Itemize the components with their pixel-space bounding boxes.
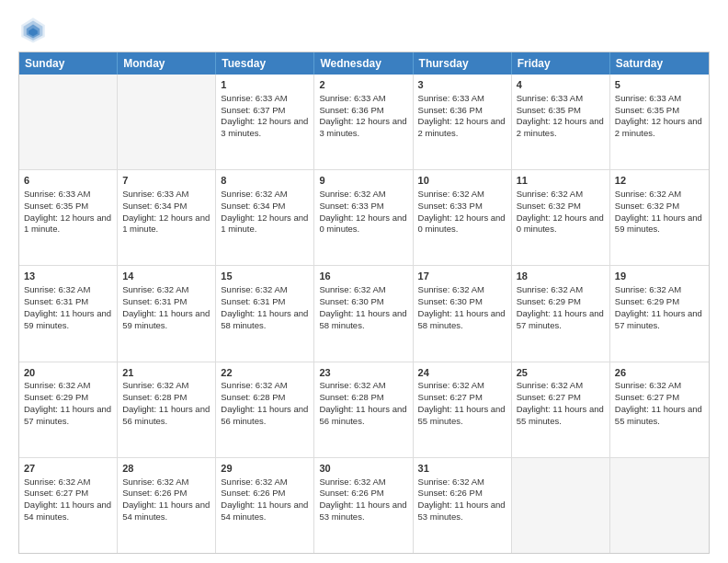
- daylight: Daylight: 11 hours and 53 minutes.: [418, 500, 506, 522]
- day-number: 10: [418, 174, 506, 188]
- empty-cell: [610, 458, 709, 553]
- daylight: Daylight: 12 hours and 1 minute.: [24, 213, 111, 235]
- sunrise: Sunrise: 6:32 AM: [418, 380, 484, 390]
- day-number: 9: [319, 174, 407, 188]
- sunrise: Sunrise: 6:32 AM: [319, 477, 385, 487]
- day-number: 3: [418, 78, 506, 92]
- sunrise: Sunrise: 6:32 AM: [319, 189, 385, 199]
- sunset: Sunset: 6:27 PM: [615, 392, 679, 402]
- sunrise: Sunrise: 6:32 AM: [122, 380, 188, 390]
- sunrise: Sunrise: 6:32 AM: [24, 477, 90, 487]
- sunrise: Sunrise: 6:32 AM: [517, 189, 583, 199]
- sunrise: Sunrise: 6:33 AM: [418, 93, 484, 103]
- sunset: Sunset: 6:33 PM: [418, 201, 483, 211]
- day-number: 25: [517, 366, 605, 380]
- day-number: 12: [615, 174, 704, 188]
- sunset: Sunset: 6:31 PM: [24, 296, 88, 306]
- daylight: Daylight: 11 hours and 56 minutes.: [319, 404, 406, 426]
- sunset: Sunset: 6:26 PM: [319, 488, 383, 498]
- daylight: Daylight: 12 hours and 0 minutes.: [418, 213, 506, 235]
- day-cell: 21 Sunrise: 6:32 AM Sunset: 6:28 PM Dayl…: [118, 362, 216, 457]
- sunset: Sunset: 6:30 PM: [319, 296, 383, 306]
- day-cell: 29 Sunrise: 6:32 AM Sunset: 6:26 PM Dayl…: [216, 458, 314, 553]
- day-cell: 9 Sunrise: 6:32 AM Sunset: 6:33 PM Dayli…: [314, 170, 413, 265]
- daylight: Daylight: 12 hours and 1 minute.: [221, 213, 308, 235]
- weekday-header: Sunday: [19, 52, 118, 75]
- day-number: 5: [615, 78, 704, 92]
- sunrise: Sunrise: 6:33 AM: [319, 93, 385, 103]
- daylight: Daylight: 11 hours and 54 minutes.: [122, 500, 210, 522]
- sunrise: Sunrise: 6:32 AM: [319, 380, 385, 390]
- daylight: Daylight: 12 hours and 2 minutes.: [615, 116, 702, 138]
- daylight: Daylight: 12 hours and 1 minute.: [122, 213, 210, 235]
- day-number: 1: [221, 78, 309, 92]
- sunset: Sunset: 6:32 PM: [517, 201, 581, 211]
- daylight: Daylight: 12 hours and 3 minutes.: [319, 116, 406, 138]
- sunrise: Sunrise: 6:32 AM: [221, 380, 287, 390]
- sunset: Sunset: 6:26 PM: [418, 488, 483, 498]
- calendar-row: 1 Sunrise: 6:33 AM Sunset: 6:37 PM Dayli…: [19, 75, 709, 170]
- day-number: 7: [122, 174, 210, 188]
- sunrise: Sunrise: 6:32 AM: [221, 477, 287, 487]
- sunrise: Sunrise: 6:32 AM: [122, 477, 188, 487]
- day-number: 19: [615, 270, 704, 283]
- daylight: Daylight: 11 hours and 59 minutes.: [615, 213, 702, 235]
- day-number: 20: [24, 366, 112, 380]
- day-number: 23: [319, 366, 407, 380]
- daylight: Daylight: 11 hours and 58 minutes.: [319, 308, 406, 330]
- day-number: 22: [221, 366, 309, 380]
- day-cell: 5 Sunrise: 6:33 AM Sunset: 6:35 PM Dayli…: [610, 75, 709, 169]
- sunrise: Sunrise: 6:32 AM: [418, 189, 484, 199]
- day-cell: 3 Sunrise: 6:33 AM Sunset: 6:36 PM Dayli…: [414, 75, 512, 169]
- weekday-header: Wednesday: [314, 52, 413, 75]
- sunset: Sunset: 6:31 PM: [221, 296, 285, 306]
- sunset: Sunset: 6:33 PM: [319, 201, 383, 211]
- sunset: Sunset: 6:27 PM: [517, 392, 581, 402]
- sunset: Sunset: 6:36 PM: [418, 105, 483, 115]
- sunrise: Sunrise: 6:32 AM: [221, 284, 287, 294]
- day-cell: 11 Sunrise: 6:32 AM Sunset: 6:32 PM Dayl…: [512, 170, 610, 265]
- general-blue-icon: [18, 15, 48, 44]
- day-cell: 15 Sunrise: 6:32 AM Sunset: 6:31 PM Dayl…: [216, 266, 314, 361]
- day-cell: 20 Sunrise: 6:32 AM Sunset: 6:29 PM Dayl…: [19, 362, 118, 457]
- day-number: 29: [221, 462, 309, 476]
- sunrise: Sunrise: 6:32 AM: [517, 284, 583, 294]
- sunset: Sunset: 6:28 PM: [221, 392, 285, 402]
- sunset: Sunset: 6:28 PM: [122, 392, 187, 402]
- sunset: Sunset: 6:31 PM: [122, 296, 187, 306]
- day-cell: 23 Sunrise: 6:32 AM Sunset: 6:28 PM Dayl…: [314, 362, 413, 457]
- day-cell: 12 Sunrise: 6:32 AM Sunset: 6:32 PM Dayl…: [610, 170, 709, 265]
- calendar-header: SundayMondayTuesdayWednesdayThursdayFrid…: [19, 52, 709, 75]
- daylight: Daylight: 11 hours and 55 minutes.: [418, 404, 506, 426]
- day-number: 30: [319, 462, 407, 476]
- daylight: Daylight: 11 hours and 55 minutes.: [517, 404, 604, 426]
- day-cell: 10 Sunrise: 6:32 AM Sunset: 6:33 PM Dayl…: [414, 170, 512, 265]
- weekday-header: Tuesday: [216, 52, 314, 75]
- day-cell: 25 Sunrise: 6:32 AM Sunset: 6:27 PM Dayl…: [512, 362, 610, 457]
- day-cell: 8 Sunrise: 6:32 AM Sunset: 6:34 PM Dayli…: [216, 170, 314, 265]
- sunset: Sunset: 6:32 PM: [615, 201, 679, 211]
- sunset: Sunset: 6:35 PM: [615, 105, 679, 115]
- daylight: Daylight: 11 hours and 53 minutes.: [319, 500, 406, 522]
- sunset: Sunset: 6:36 PM: [319, 105, 383, 115]
- day-number: 17: [418, 270, 506, 283]
- day-number: 28: [122, 462, 210, 476]
- day-cell: 6 Sunrise: 6:33 AM Sunset: 6:35 PM Dayli…: [19, 170, 118, 265]
- sunrise: Sunrise: 6:32 AM: [319, 284, 385, 294]
- day-cell: 2 Sunrise: 6:33 AM Sunset: 6:36 PM Dayli…: [314, 75, 413, 169]
- sunset: Sunset: 6:27 PM: [418, 392, 483, 402]
- daylight: Daylight: 12 hours and 3 minutes.: [221, 116, 308, 138]
- day-cell: 7 Sunrise: 6:33 AM Sunset: 6:34 PM Dayli…: [118, 170, 216, 265]
- sunset: Sunset: 6:37 PM: [221, 105, 285, 115]
- sunrise: Sunrise: 6:32 AM: [24, 380, 90, 390]
- sunrise: Sunrise: 6:32 AM: [615, 189, 681, 199]
- empty-cell: [19, 75, 118, 169]
- calendar-row: 20 Sunrise: 6:32 AM Sunset: 6:29 PM Dayl…: [19, 362, 709, 458]
- day-cell: 18 Sunrise: 6:32 AM Sunset: 6:29 PM Dayl…: [512, 266, 610, 361]
- sunset: Sunset: 6:26 PM: [122, 488, 187, 498]
- day-cell: 14 Sunrise: 6:32 AM Sunset: 6:31 PM Dayl…: [118, 266, 216, 361]
- calendar-row: 27 Sunrise: 6:32 AM Sunset: 6:27 PM Dayl…: [19, 458, 709, 553]
- sunrise: Sunrise: 6:32 AM: [615, 380, 681, 390]
- sunrise: Sunrise: 6:33 AM: [122, 189, 188, 199]
- sunset: Sunset: 6:29 PM: [615, 296, 679, 306]
